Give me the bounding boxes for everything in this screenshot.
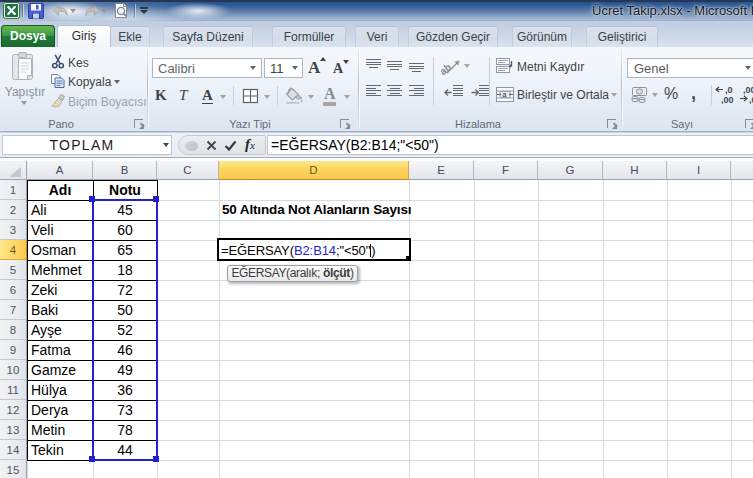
svg-text:,0: ,0 <box>725 85 733 95</box>
svg-text:,00: ,00 <box>743 85 753 95</box>
svg-text:,00: ,00 <box>721 95 734 105</box>
svg-text:,0: ,0 <box>749 95 753 105</box>
